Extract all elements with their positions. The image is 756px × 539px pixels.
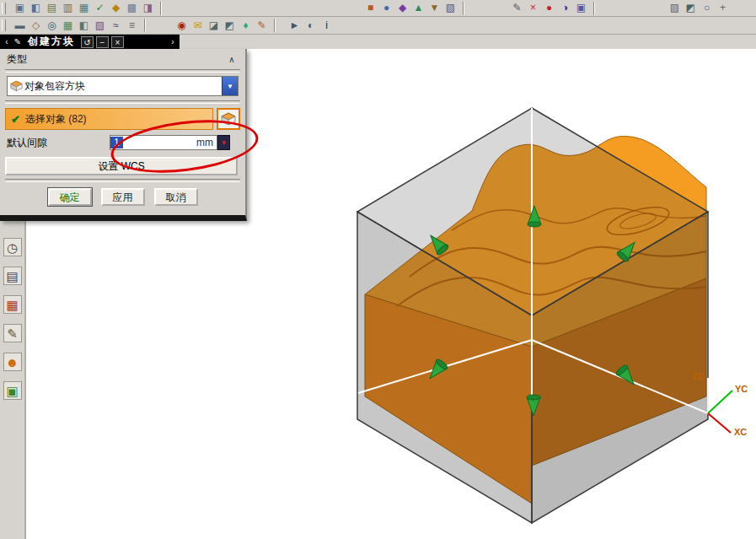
orient-view-icon[interactable]: ◩ [684, 1, 698, 15]
select-objects-row[interactable]: ✔ 选择对象 (82) [5, 108, 213, 130]
assembly-navigator-icon[interactable]: ▤ [3, 267, 22, 285]
bounding-box-button[interactable] [217, 108, 240, 130]
trim-body-icon[interactable]: ▨ [93, 19, 107, 33]
zc-axis-label: ZC [692, 371, 705, 381]
boolean-unite-icon[interactable]: ◆ [395, 1, 410, 15]
scene-display-icon[interactable]: ▣ [13, 1, 27, 15]
clearance-label: 默认间隙 [7, 136, 110, 150]
nx-application-window: ▣◧▤▥▦✓◆▩◨ ■●◆▲▼▧ ✎×●◑▣ ▨◩○+ ▬◇◎▦◧▨≈≡ ◉✉◪… [0, 0, 756, 539]
type-section-label: 类型 [7, 52, 27, 67]
divider [5, 100, 240, 104]
toolbar-group-edit: ✎×●◑▣ [507, 1, 592, 15]
toolbar-row-2: ▬◇◎▦◧▨≈≡ ◉✉◪◩♦✎ ►◐i [0, 17, 756, 35]
set-wcs-button[interactable]: 设置 WCS [5, 157, 238, 175]
extrude-icon[interactable]: ■ [363, 1, 378, 15]
bounding-block-icon [8, 80, 24, 92]
toolbar-row-1: ▣◧▤▥▦✓◆▩◨ ■●◆▲▼▧ ✎×●◑▣ ▨◩○+ [0, 0, 756, 17]
zoom-icon[interactable]: ○ [700, 1, 714, 15]
close-icon[interactable]: × [111, 36, 124, 48]
dialog-titlebar[interactable]: ‹ ✎ 创建方块 ↺ − × › [0, 35, 180, 49]
layer-settings-icon[interactable]: ▤ [45, 1, 59, 15]
import-icon[interactable]: ◪ [206, 19, 221, 33]
reset-icon[interactable]: ↺ [81, 36, 94, 48]
datum-plane-icon[interactable]: ▬ [13, 19, 27, 33]
back-icon[interactable]: ‹ [3, 36, 11, 47]
mirror-feature-icon[interactable]: ◧ [77, 19, 91, 33]
sketch-task-icon[interactable]: ◇ [29, 19, 43, 33]
toolbar-filler [180, 35, 756, 50]
dialog-title: 创建方块 [28, 35, 75, 49]
wave-link-icon[interactable]: ◉ [174, 19, 189, 33]
window-split-icon[interactable]: ◧ [29, 1, 43, 15]
cancel-button[interactable]: 取消 [154, 188, 198, 206]
snapshot-icon[interactable]: ▦ [77, 1, 91, 15]
part-navigator-icon[interactable]: ▦ [3, 295, 22, 314]
collapse-section-icon[interactable]: ∧ [225, 55, 239, 64]
toolbar-grip[interactable] [2, 19, 6, 31]
verify-check-icon[interactable]: ✓ [93, 1, 107, 15]
divider [5, 179, 240, 182]
toolbar-separator [144, 19, 146, 32]
materials-icon[interactable]: ▣ [3, 381, 22, 400]
measure-icon[interactable]: ◆ [109, 1, 123, 15]
toolbar-separator [463, 2, 464, 15]
delete-icon[interactable]: × [526, 1, 540, 15]
offset-surface-icon[interactable]: ≡ [125, 19, 139, 33]
move-object-icon[interactable]: ► [287, 19, 302, 33]
clearance-value: 1 [110, 137, 123, 148]
toolbar-group-modeling: ▬◇◎▦◧▨≈≡ [9, 19, 142, 33]
revolve-icon[interactable]: ● [379, 1, 394, 15]
edit-object-icon[interactable]: ✎ [255, 19, 269, 33]
toolbar-separator [274, 19, 276, 32]
roles-icon[interactable]: ✎ [3, 324, 22, 342]
toolbar-separator [593, 2, 595, 15]
toolbar-group-utility: ►◐i [284, 19, 337, 33]
ok-button[interactable]: 确定 [48, 188, 92, 206]
show-hide-icon[interactable]: ◐ [303, 19, 318, 33]
unit-dropdown-icon[interactable]: ▼ [217, 135, 230, 150]
information-icon[interactable]: i [319, 19, 334, 33]
toolbar-group-view: ▣◧▤▥▦✓◆▩◨ [9, 1, 158, 15]
select-tool-icon[interactable]: ✎ [13, 36, 22, 47]
minimize-icon[interactable]: − [96, 36, 109, 48]
check-icon: ✔ [11, 113, 20, 126]
render-style-icon[interactable]: ▨ [668, 1, 682, 15]
toolbar-separator [160, 2, 162, 15]
history-icon[interactable]: ◷ [3, 238, 22, 256]
pan-icon[interactable]: + [716, 1, 730, 15]
user-tools-icon[interactable]: ☻ [3, 353, 22, 371]
visible-layers-icon[interactable]: ▥ [61, 1, 75, 15]
clearance-input[interactable]: 1 mm [110, 135, 217, 150]
mail-icon[interactable]: ✉ [190, 19, 205, 33]
chamfer-icon[interactable]: ▼ [427, 1, 442, 15]
forward-icon[interactable]: › [169, 36, 177, 47]
clearance-unit: mm [196, 137, 217, 148]
shell-icon[interactable]: ▧ [443, 1, 458, 15]
xc-axis-label: XC [734, 427, 747, 437]
divider [5, 69, 240, 73]
palette-icon[interactable]: ♦ [239, 19, 253, 33]
edge-blend-icon[interactable]: ▲ [411, 1, 426, 15]
hole-icon[interactable]: ◎ [45, 19, 59, 33]
dropdown-arrow-icon[interactable]: ▼ [222, 77, 238, 95]
toolbar-group-display: ▨◩○+ [664, 1, 733, 15]
toolbar-grip[interactable] [2, 3, 6, 14]
sew-icon[interactable]: ≈ [109, 19, 123, 33]
apply-button[interactable]: 应用 [101, 188, 145, 206]
analysis-icon[interactable]: ◑ [558, 1, 572, 15]
pattern-feature-icon[interactable]: ▦ [61, 19, 75, 33]
yc-axis-label: YC [735, 384, 748, 394]
display-mode-icon[interactable]: ▣ [574, 1, 588, 15]
sketch-icon[interactable]: ✎ [510, 1, 524, 15]
grid-display-icon[interactable]: ▩ [125, 1, 139, 15]
type-dropdown[interactable]: 对象包容方块 ▼ [7, 76, 239, 96]
create-block-dialog: 类型 ∧ 对象包容方块 ▼ ✔ 选择对象 (82) [0, 49, 247, 221]
type-dropdown-value: 对象包容方块 [24, 79, 222, 94]
alert-icon[interactable]: ● [542, 1, 556, 15]
select-objects-label: 选择对象 (82) [25, 112, 87, 127]
toolbar-group-feature: ■●◆▲▼▧ [360, 1, 461, 15]
workplane-icon[interactable]: ◨ [141, 1, 155, 15]
export-icon[interactable]: ◩ [223, 19, 237, 33]
toolbar-group-tools: ◉✉◪◩♦✎ [171, 19, 272, 33]
